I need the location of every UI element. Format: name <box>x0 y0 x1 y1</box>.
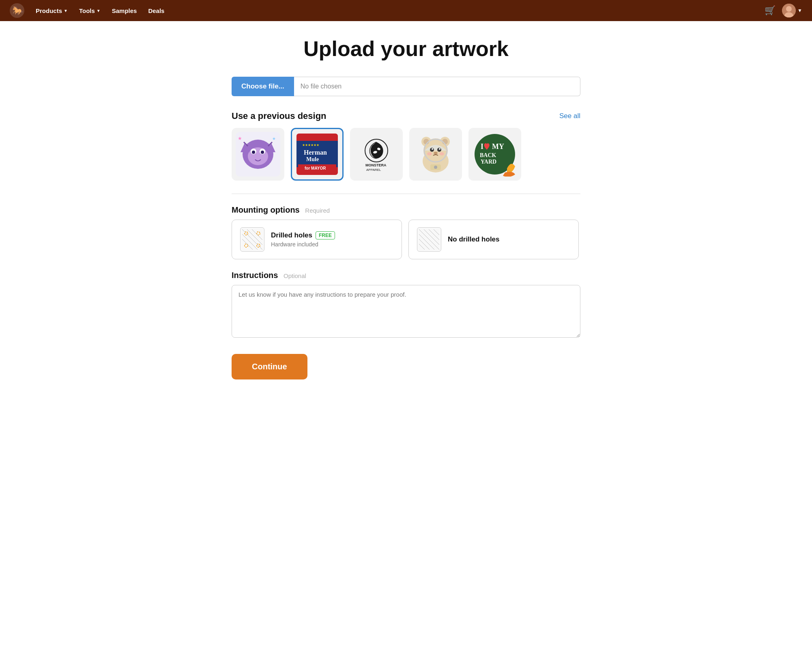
nav-right: 🛒 ▼ <box>765 4 802 17</box>
svg-point-46 <box>439 152 444 155</box>
svg-point-10 <box>252 151 255 154</box>
mounting-section: Mounting options Required <box>232 205 580 259</box>
file-name-display: No file chosen <box>294 77 580 96</box>
products-caret-icon: ▼ <box>64 9 68 13</box>
main-content: Upload your artwork Choose file... No fi… <box>223 21 589 404</box>
design-card-4[interactable] <box>409 128 462 181</box>
svg-point-7 <box>248 147 268 165</box>
svg-text:🐎: 🐎 <box>12 5 24 16</box>
mounting-option-no-drilled[interactable]: No drilled holes <box>408 220 579 259</box>
svg-text:BACK: BACK <box>480 152 496 158</box>
instructions-section: Instructions Optional <box>232 271 580 339</box>
see-all-link[interactable]: See all <box>559 112 580 120</box>
svg-text:MONSTERA: MONSTERA <box>365 163 387 167</box>
design-card-2[interactable]: ★★★★★★ Herman Mule for MAYOR <box>291 128 344 181</box>
avatar <box>782 4 796 17</box>
svg-text:★: ★ <box>272 136 276 141</box>
optional-tag: Optional <box>284 272 306 279</box>
instructions-textarea[interactable] <box>232 285 580 338</box>
svg-text:Herman: Herman <box>304 149 327 156</box>
avatar-caret-icon: ▼ <box>797 8 802 13</box>
svg-text:★: ★ <box>238 136 242 141</box>
nav-deals[interactable]: Deals <box>143 4 169 17</box>
instructions-label: Instructions Optional <box>232 271 580 280</box>
design-card-3[interactable]: MONSTERA APPAREL <box>350 128 403 181</box>
svg-point-43 <box>439 148 440 150</box>
required-tag: Required <box>305 207 330 214</box>
file-upload-row: Choose file... No file chosen <box>232 77 580 96</box>
tools-caret-icon: ▼ <box>97 9 101 13</box>
svg-text:★★★★★★: ★★★★★★ <box>302 143 319 147</box>
logo[interactable]: 🐎 <box>10 3 24 18</box>
design-card-1[interactable]: ★ ★ <box>232 128 284 181</box>
svg-point-45 <box>427 152 432 155</box>
svg-text:for MAYOR: for MAYOR <box>305 166 326 170</box>
mounting-options-row: Drilled holes FREE Hardware included <box>232 220 580 259</box>
mounting-sub-drilled: Hardware included <box>271 241 335 248</box>
no-drilled-holes-icon <box>417 227 441 252</box>
nav-products[interactable]: Products ▼ <box>31 4 73 17</box>
nav-tools[interactable]: Tools ▼ <box>74 4 105 17</box>
svg-point-44 <box>434 152 438 154</box>
drilled-holes-icon <box>240 227 264 252</box>
svg-point-42 <box>432 148 433 150</box>
continue-button[interactable]: Continue <box>232 354 307 379</box>
svg-text:I: I <box>481 142 483 151</box>
section-divider <box>232 194 580 194</box>
svg-text:APPAREL: APPAREL <box>366 168 381 172</box>
navbar: 🐎 Products ▼ Tools ▼ Samples Deals 🛒 <box>0 0 812 21</box>
user-menu[interactable]: ▼ <box>782 4 802 17</box>
svg-text:MY: MY <box>492 142 504 151</box>
cart-icon[interactable]: 🛒 <box>765 5 775 16</box>
choose-file-button[interactable]: Choose file... <box>232 77 294 96</box>
svg-point-3 <box>786 6 792 12</box>
svg-point-48 <box>434 166 437 169</box>
mounting-option-drilled[interactable]: Drilled holes FREE Hardware included <box>232 220 402 259</box>
svg-text:Mule: Mule <box>306 156 319 162</box>
mounting-label: Mounting options Required <box>232 205 580 215</box>
nav-links: Products ▼ Tools ▼ Samples Deals <box>31 4 761 17</box>
svg-point-11 <box>261 151 264 154</box>
nav-samples[interactable]: Samples <box>107 4 142 17</box>
design-card-5[interactable]: I MY BACK YARD <box>468 128 521 181</box>
previous-designs-title: Use a previous design <box>232 111 327 121</box>
page-title: Upload your artwork <box>232 37 580 60</box>
svg-text:YARD: YARD <box>481 159 496 165</box>
previous-designs-header: Use a previous design See all <box>232 111 580 121</box>
free-badge: FREE <box>316 231 335 239</box>
designs-grid: ★ ★ ★★★★★★ Herman Mule for MAYOR <box>232 128 580 181</box>
